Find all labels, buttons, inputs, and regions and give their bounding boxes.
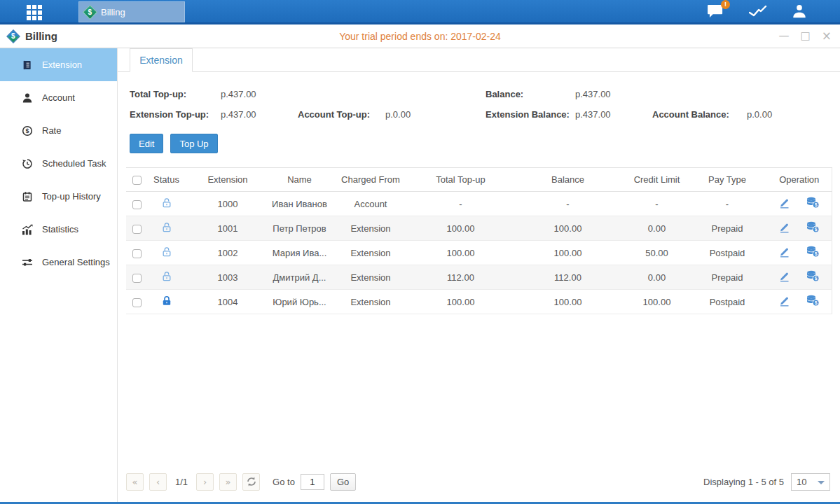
- page-size-value: 10: [797, 477, 806, 487]
- row-checkbox[interactable]: [132, 274, 142, 283]
- first-page-button[interactable]: «: [126, 473, 144, 491]
- minimize-icon[interactable]: —: [779, 31, 790, 41]
- user-account-icon[interactable]: [791, 4, 808, 19]
- notepad-icon: [21, 191, 33, 202]
- row-checkbox[interactable]: [132, 200, 142, 209]
- balance-cell: 112.00: [509, 265, 626, 290]
- column-header-balance: Balance: [509, 168, 626, 192]
- edit-button[interactable]: Edit: [130, 134, 163, 153]
- edit-icon[interactable]: [778, 271, 790, 282]
- balance-cell: -: [509, 192, 626, 216]
- credit-limit-cell: 0.00: [626, 216, 687, 241]
- charged-from-cell: Account: [329, 192, 412, 216]
- topup-icon[interactable]: $: [806, 197, 820, 209]
- sidebar-item-scheduled-task[interactable]: Scheduled Task: [0, 147, 117, 180]
- unlocked-icon: [161, 197, 172, 209]
- column-header-charged-from: Charged From: [329, 168, 412, 192]
- column-header-name: Name: [270, 168, 329, 192]
- table-header-row: Status Extension Name Charged From Total…: [126, 168, 832, 192]
- status-cell: [147, 241, 186, 265]
- name-cell: Дмитрий Д...: [270, 265, 329, 290]
- sidebar-item-label: Extension: [42, 59, 82, 70]
- trial-notice: Your trial period ends on: 2017-02-24: [0, 31, 840, 42]
- edit-icon[interactable]: [778, 246, 790, 258]
- sidebar-item-label: Account: [42, 92, 75, 103]
- edit-icon[interactable]: [778, 197, 790, 209]
- resource-monitor-icon[interactable]: [749, 4, 767, 18]
- extension-cell: 1003: [186, 265, 270, 290]
- topbar: $ Billing !: [0, 0, 840, 24]
- app-launcher-icon[interactable]: [27, 5, 42, 20]
- credit-limit-cell: 50.00: [626, 241, 687, 265]
- svg-text:$: $: [815, 300, 818, 306]
- unlocked-icon: [161, 246, 172, 258]
- clock-icon: [21, 158, 33, 169]
- credit-limit-cell: -: [626, 192, 687, 216]
- next-page-button[interactable]: ›: [196, 473, 214, 491]
- name-cell: Мария Ива...: [270, 241, 329, 265]
- sidebar-item-label: General Settings: [42, 257, 110, 267]
- operation-cell: $: [767, 241, 832, 265]
- table-row: 1004Юрий Юрь...Extension100.00100.00100.…: [126, 290, 832, 314]
- extension-table: Status Extension Name Charged From Total…: [126, 167, 830, 314]
- svg-text:$: $: [25, 127, 29, 134]
- sidebar-item-general-settings[interactable]: General Settings: [0, 246, 117, 279]
- select-all-cell: [126, 168, 147, 192]
- total-topup-cell: 100.00: [412, 216, 509, 241]
- pay-type-cell: Prepaid: [687, 216, 767, 241]
- edit-icon[interactable]: [778, 295, 790, 307]
- row-checkbox[interactable]: [132, 225, 142, 234]
- column-header-extension: Extension: [186, 168, 270, 192]
- goto-page-input[interactable]: [301, 474, 324, 490]
- operation-cell: $: [767, 265, 832, 290]
- edit-icon[interactable]: [778, 222, 790, 233]
- sidebar-item-rate[interactable]: $ Rate: [0, 114, 117, 147]
- total-topup-value: p.437.00: [221, 89, 256, 99]
- sidebar-item-statistics[interactable]: Statistics: [0, 213, 117, 246]
- topup-icon[interactable]: $: [806, 270, 820, 282]
- total-topup-cell: -: [412, 192, 509, 216]
- notification-badge: !: [721, 0, 730, 9]
- page-size-select[interactable]: 10: [791, 473, 830, 491]
- go-button[interactable]: Go: [330, 473, 356, 491]
- row-checkbox[interactable]: [132, 249, 142, 258]
- row-select-cell: [126, 216, 147, 241]
- sidebar-item-label: Rate: [42, 125, 61, 136]
- top-up-button[interactable]: Top Up: [170, 134, 217, 153]
- column-header-status: Status: [147, 168, 186, 192]
- tab-extension[interactable]: Extension: [130, 48, 193, 72]
- locked-icon: [161, 295, 172, 307]
- sidebar-item-topup-history[interactable]: Top-up History: [0, 180, 117, 213]
- sidebar-item-account[interactable]: Account: [0, 81, 117, 114]
- topup-icon[interactable]: $: [806, 295, 820, 307]
- app-tab-billing[interactable]: $ Billing: [78, 1, 185, 22]
- close-icon[interactable]: ×: [822, 30, 832, 42]
- refresh-button[interactable]: [242, 473, 260, 491]
- name-cell: Иван Иванов: [270, 192, 329, 216]
- account-balance-value: p.0.00: [747, 109, 772, 120]
- topup-icon[interactable]: $: [806, 246, 820, 258]
- pay-type-cell: -: [687, 192, 767, 216]
- pagination-bar: « ‹ 1/1 › » Go to Go Displaying 1 - 5 of…: [118, 468, 840, 502]
- goto-label: Go to: [273, 477, 295, 487]
- last-page-button[interactable]: »: [219, 473, 237, 491]
- table-body: 1000Иван ИвановAccount----$1001Петр Петр…: [126, 192, 832, 314]
- operation-cell: $: [767, 216, 832, 241]
- pay-type-cell: Prepaid: [687, 265, 767, 290]
- bar-chart-icon: [21, 224, 33, 235]
- select-all-checkbox[interactable]: [132, 176, 142, 185]
- row-checkbox[interactable]: [132, 298, 142, 307]
- sidebar-item-extension[interactable]: Extension: [0, 48, 117, 81]
- maximize-icon[interactable]: □: [801, 31, 811, 41]
- topup-icon[interactable]: $: [806, 221, 820, 233]
- operation-cell: $: [767, 290, 832, 314]
- balance-label: Balance:: [486, 89, 575, 99]
- status-cell: [147, 265, 186, 290]
- ledger-icon: [21, 59, 33, 71]
- name-cell: Юрий Юрь...: [270, 290, 329, 314]
- account-topup-label: Account Top-up:: [298, 109, 385, 120]
- chevron-down-icon: [818, 481, 825, 484]
- prev-page-button[interactable]: ‹: [149, 473, 167, 491]
- notifications-icon[interactable]: !: [708, 4, 725, 19]
- row-select-cell: [126, 265, 147, 290]
